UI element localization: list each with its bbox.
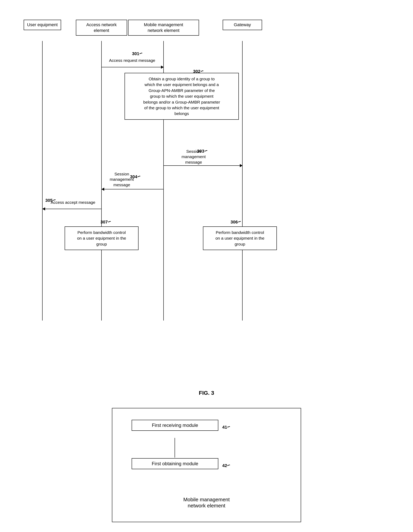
vline-ue xyxy=(42,41,43,321)
step-303-arrow xyxy=(164,165,242,166)
step-302-box: Obtain a group identity of a group towhi… xyxy=(125,73,239,120)
step-301-num: 301~ xyxy=(132,50,142,57)
page: User equipment Access networkelement Mob… xyxy=(0,0,413,532)
step-303-label: Sessionmanagementmessage xyxy=(166,149,222,165)
step-42-num: 42~ xyxy=(222,462,230,468)
entity-mmne: Mobile managementnetwork element xyxy=(128,20,199,36)
step-307-box: Perform bandwidth controlon a user equip… xyxy=(65,227,138,250)
entity-ane: Access networkelement xyxy=(76,20,127,36)
first-obtaining-module-box: First obtaining module xyxy=(132,458,218,469)
fig4-connector-line xyxy=(175,438,175,457)
step-304-arrow xyxy=(102,189,164,190)
fig3-diagram: User equipment Access networkelement Mob… xyxy=(16,12,402,386)
vline-ane xyxy=(101,41,102,321)
step-307-num: 307~ xyxy=(100,218,111,225)
fig3-label: FIG. 3 xyxy=(16,390,397,396)
step-301-label: Access request message xyxy=(102,58,162,63)
step-305-label: Access accept message xyxy=(45,200,101,205)
first-receiving-module-box: First receiving module xyxy=(132,420,218,431)
entity-gateway: Gateway xyxy=(223,20,262,30)
vline-gw xyxy=(242,41,243,321)
entity-ue: User equipment xyxy=(24,20,61,30)
fig4-outer-label: Mobile managementnetwork element xyxy=(112,497,301,509)
step-306-num: 306~ xyxy=(231,218,241,225)
step-305-arrow xyxy=(43,209,101,209)
step-41-num: 41~ xyxy=(222,424,230,430)
step-301-arrow xyxy=(102,67,164,67)
step-306-box: Perform bandwidth controlon a user equip… xyxy=(203,227,277,250)
step-304-label: Sessionmanagementmessage xyxy=(102,171,141,187)
